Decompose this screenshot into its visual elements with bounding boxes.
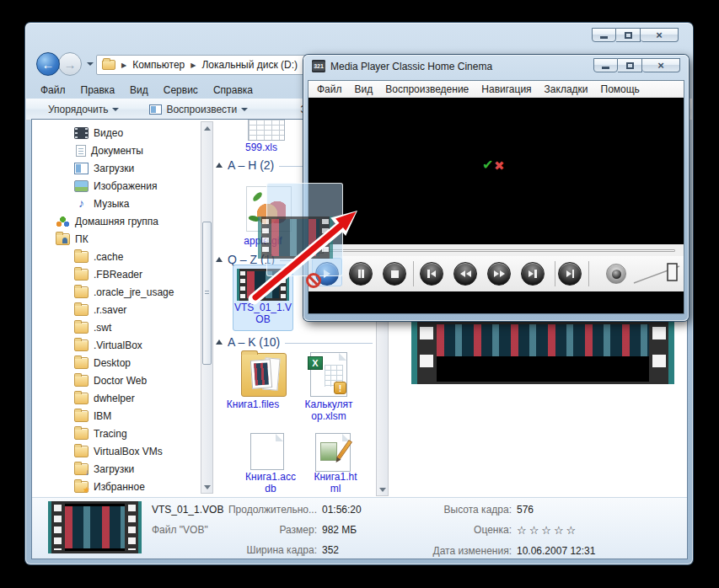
folder-icon — [74, 375, 89, 387]
file-icon-html[interactable] — [315, 433, 351, 472]
file-label-html-line1[interactable]: Книга1.ht — [293, 471, 378, 483]
file-label-vob-line1[interactable]: VTS_01_1.V — [233, 302, 293, 313]
minimize-icon — [600, 36, 608, 39]
scroll-down-icon[interactable] — [201, 481, 212, 493]
sidebar-item-fbreader[interactable]: .FBReader — [32, 265, 199, 283]
play-window-icon — [149, 104, 162, 115]
breadcrumb-item-computer[interactable]: Компьютер — [132, 59, 185, 71]
pause-button[interactable] — [349, 262, 373, 286]
file-label-vob-line2[interactable]: OB — [233, 313, 293, 325]
mpc-menu-favorites[interactable]: Закладки — [545, 83, 588, 95]
mpc-menu-file[interactable]: Файл — [317, 83, 342, 95]
file-icon-xlsm[interactable]: X ! — [310, 352, 347, 397]
organize-button[interactable]: Упорядочить — [48, 104, 119, 115]
back-button[interactable]: ← — [36, 52, 60, 76]
menu-file[interactable]: Файл — [40, 84, 66, 96]
sidebar-item-homegroup[interactable]: Домашняя группа — [32, 212, 199, 230]
leaf-icon — [251, 191, 264, 202]
folder-icon — [74, 286, 89, 298]
file-icon-599xls[interactable] — [248, 120, 285, 141]
mpc-menu-play[interactable]: Воспроизведение — [385, 83, 469, 95]
sidebar-item-oracle-jre[interactable]: .oracle_jre_usage — [32, 283, 199, 301]
file-icon-kniga1-files[interactable] — [241, 353, 287, 397]
forward-button[interactable]: → — [58, 52, 82, 76]
sidebar-item-rsaver[interactable]: .r.saver — [32, 301, 199, 318]
play-toolbar-button[interactable]: Воспроизвести — [149, 104, 248, 115]
sidebar-item-documents[interactable]: Документы — [32, 142, 199, 159]
sidebar-item-favorites[interactable]: ★Избранное — [32, 478, 199, 495]
sidebar-item-desktop[interactable]: Desktop — [32, 354, 199, 372]
group-header-a-k: A – K (10) — [216, 335, 373, 349]
minimize-button[interactable] — [592, 28, 616, 42]
sidebar-item-virtualbox-vms[interactable]: VirtualBox VMs — [32, 442, 199, 460]
menu-edit[interactable]: Правка — [81, 84, 115, 96]
file-label-xlsm-line2[interactable]: op.xlsm — [278, 410, 379, 422]
back-arrow-icon: ← — [42, 57, 55, 72]
close-button[interactable]: × — [642, 58, 680, 72]
sidebar-item-pictures[interactable]: Изображения — [32, 177, 199, 195]
close-button[interactable]: × — [641, 28, 679, 42]
sidebar-item-swt[interactable]: .swt — [32, 318, 199, 336]
sidebar-scrollbar[interactable] — [201, 121, 213, 494]
breadcrumb-item-disk-d[interactable]: Локальный диск (D:) — [201, 59, 298, 71]
separator — [555, 261, 555, 286]
file-label-xlsm-line1[interactable]: Калькулят — [278, 398, 379, 410]
seekbar-track[interactable] — [315, 249, 675, 252]
volume-slider[interactable] — [630, 258, 683, 290]
mpc-client-area: Файл Вид Воспроизведение Навигация Закла… — [308, 80, 684, 314]
file-icon-accdb[interactable] — [250, 433, 284, 470]
cross-icon: ✖ — [494, 159, 505, 172]
mpc-menu-view[interactable]: Вид — [355, 83, 373, 95]
sidebar-item-downloads-folder[interactable]: ↓Загрузки — [32, 460, 199, 478]
sidebar-item-doctorweb[interactable]: Doctor Web — [32, 372, 199, 389]
minimize-button[interactable] — [593, 58, 618, 72]
audio-button[interactable] — [606, 264, 626, 284]
scrollbar-thumb[interactable] — [202, 222, 212, 365]
sidebar-item-dwhelper[interactable]: dwhelper — [32, 389, 199, 407]
mpc-video-area: ✔ ✖ — [309, 98, 684, 244]
file-label-html-line2[interactable]: ml — [293, 483, 378, 494]
size-label: Размер: — [190, 524, 317, 536]
minimize-icon — [602, 67, 609, 69]
folder-icon — [102, 60, 115, 70]
stop-button[interactable] — [383, 262, 406, 286]
collapse-triangle-icon[interactable] — [216, 339, 223, 345]
frame-step-button[interactable] — [558, 262, 582, 286]
mpc-seekbar[interactable] — [309, 244, 684, 256]
recent-pages-dropdown-icon[interactable] — [87, 62, 94, 66]
collapse-triangle-icon[interactable] — [216, 257, 223, 262]
file-label-599xls[interactable]: 599.xls — [219, 142, 303, 153]
close-icon: × — [657, 60, 664, 71]
sidebar-item-pc[interactable]: ПК — [32, 230, 199, 248]
video-library-icon — [74, 127, 89, 139]
mpc-control-bar — [309, 256, 684, 291]
sidebar-item-downloads-lib[interactable]: Загрузки — [32, 159, 199, 177]
menu-view[interactable]: Вид — [130, 84, 148, 96]
sidebar-item-ibm[interactable]: IBM — [32, 407, 199, 425]
photo-icon — [250, 359, 272, 389]
collapse-triangle-icon[interactable] — [216, 163, 223, 168]
rewind-button[interactable] — [453, 262, 477, 286]
menu-tools[interactable]: Сервис — [164, 84, 198, 96]
scroll-down-icon[interactable] — [377, 484, 388, 495]
menu-help[interactable]: Справка — [213, 84, 253, 96]
maximize-button[interactable] — [618, 58, 642, 72]
mpc-menu-help[interactable]: Помощь — [601, 83, 640, 95]
skip-forward-button[interactable] — [521, 262, 545, 286]
pencil-icon — [336, 440, 352, 460]
details-pane: VTS_01_1.VOB Файл "VOB" Продолжительно..… — [32, 497, 687, 559]
maximize-button[interactable] — [616, 28, 641, 42]
sidebar-item-music[interactable]: ♪Музыка — [32, 195, 199, 212]
sidebar-item-cache[interactable]: .cache — [32, 248, 199, 265]
folder-icon — [74, 410, 89, 422]
sidebar-item-virtualbox[interactable]: .VirtualBox — [32, 336, 199, 354]
skip-back-button[interactable] — [420, 262, 443, 286]
folder-icon — [74, 269, 89, 281]
mpc-menu-navigate[interactable]: Навигация — [481, 83, 531, 95]
scroll-up-icon[interactable] — [201, 122, 212, 134]
sidebar-item-videos[interactable]: Видео — [32, 124, 199, 142]
fast-forward-button[interactable] — [487, 262, 511, 286]
rating-stars[interactable]: ☆☆☆☆☆ — [517, 524, 595, 537]
sidebar-item-tracing[interactable]: Tracing — [32, 425, 199, 442]
folder-icon — [74, 446, 89, 457]
